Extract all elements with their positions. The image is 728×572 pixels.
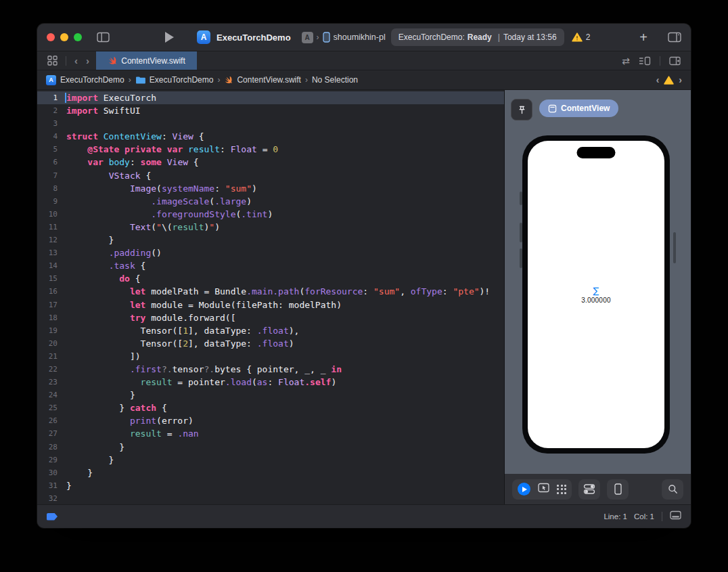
code-line[interactable]: 6 var body: some View { [37, 156, 504, 169]
scheme-selector[interactable]: A › shoumikhin-pl [302, 32, 386, 43]
minimize-window-button[interactable] [60, 33, 68, 41]
iphone-preview-screen[interactable]: ∑ 3.000000 [528, 141, 664, 448]
breadcrumb-separator: › [305, 75, 308, 85]
code-line[interactable]: 24 } [37, 389, 504, 401]
toggles-icon [583, 483, 595, 495]
code-line[interactable]: 1import ExecuTorch [37, 91, 504, 104]
tab-contentview-swift[interactable]: ContentView.swift [96, 51, 197, 70]
activity-status[interactable]: ExecuTorchDemo: Ready | Today at 13:56 [391, 28, 564, 46]
tab-bar: ‹ › ContentView.swift ⇄ [37, 51, 691, 70]
code-line[interactable]: 8 Image(systemName: "sum") [37, 182, 504, 195]
previous-issue-button[interactable]: ‹ [656, 74, 660, 85]
code-line[interactable]: 25 } catch { [37, 401, 504, 414]
code-line[interactable]: 21 ]) [37, 350, 504, 363]
line-number: 28 [37, 441, 58, 454]
warning-triangle-icon [572, 32, 583, 42]
preview-target-chip[interactable]: ContentView [539, 100, 618, 117]
editor-status-bar: Line: 1 Col: 1 [37, 504, 691, 528]
line-number: 23 [37, 376, 58, 389]
library-add-button[interactable]: + [639, 30, 647, 44]
breadcrumb-folder[interactable]: ExecuTorchDemo [150, 75, 214, 85]
code-line[interactable]: 32 [37, 492, 504, 504]
code-line[interactable]: 10 .foregroundStyle(.tint) [37, 208, 504, 221]
line-number: 20 [37, 337, 58, 350]
code-line[interactable]: 15 do { [37, 272, 504, 285]
line-number: 14 [37, 259, 58, 272]
code-line[interactable]: 29 } [37, 454, 504, 466]
line-number: 11 [37, 221, 58, 234]
preview-device-button[interactable] [607, 479, 629, 500]
code-line[interactable]: 23 result = pointer.load(as: Float.self) [37, 376, 504, 389]
breadcrumb-selection[interactable]: No Selection [312, 75, 358, 85]
source-editor[interactable]: 1import ExecuTorch2import SwiftUI34struc… [37, 90, 504, 504]
variants-mode-button[interactable] [557, 485, 566, 494]
close-window-button[interactable] [47, 33, 55, 41]
swift-file-icon [224, 76, 233, 85]
breadcrumb-project[interactable]: ExecuTorchDemo [60, 75, 124, 85]
code-line[interactable]: 16 let modelPath = Bundle.main.path(forR… [37, 285, 504, 298]
code-line[interactable]: 31} [37, 479, 504, 492]
divider [660, 56, 660, 66]
line-number: 8 [37, 182, 58, 195]
code-line[interactable]: 4struct ContentView: View { [37, 130, 504, 143]
code-line[interactable]: 11 Text("\(result)") [37, 221, 504, 234]
code-review-icon[interactable]: ⇄ [622, 56, 630, 66]
result-value: 3.000000 [581, 296, 610, 304]
line-number: 5 [37, 143, 58, 156]
code-line[interactable]: 26 print(error) [37, 414, 504, 427]
code-line[interactable]: 14 .task { [37, 259, 504, 272]
code-line[interactable]: 2import SwiftUI [37, 104, 504, 117]
destination-name[interactable]: shoumikhin-pl [334, 32, 386, 42]
warning-indicator[interactable]: 2 [572, 32, 591, 42]
debug-area-toggle[interactable] [670, 510, 681, 523]
next-issue-button[interactable]: › [679, 74, 682, 85]
line-number: 6 [37, 156, 58, 169]
editor-options-icon[interactable] [639, 56, 651, 66]
code-line[interactable]: 3 [37, 117, 504, 130]
line-number: 12 [37, 234, 58, 246]
preview-zoom-button[interactable] [662, 479, 683, 500]
pushpin-icon [517, 105, 527, 115]
line-number: 30 [37, 466, 58, 479]
column-indicator: Col: 1 [634, 512, 654, 521]
line-number: 32 [37, 492, 58, 504]
code-line[interactable]: 18 try module.forward([ [37, 311, 504, 324]
code-line[interactable]: 22 .first?.tensor?.bytes { pointer, _, _… [37, 363, 504, 376]
code-line[interactable]: 9 .imageScale(.large) [37, 195, 504, 208]
line-number: 29 [37, 454, 58, 466]
related-items-grid-icon[interactable] [47, 56, 58, 66]
line-number: 25 [37, 401, 58, 414]
breadcrumb-file[interactable]: ContentView.swift [237, 75, 301, 85]
code-line[interactable]: 17 let module = Module(filePath: modelPa… [37, 299, 504, 311]
go-forward-button[interactable]: › [86, 55, 89, 66]
line-number: 3 [37, 117, 58, 130]
pin-preview-button[interactable] [511, 99, 532, 120]
code-line[interactable]: 12 } [37, 234, 504, 246]
selectable-mode-button[interactable] [538, 483, 549, 496]
preview-toolbar [505, 474, 691, 504]
code-line[interactable]: 20 Tensor([2], dataType: .float) [37, 337, 504, 350]
code-line[interactable]: 28 } [37, 441, 504, 454]
scheme-app-icon: A [302, 32, 313, 43]
device-settings-button[interactable] [578, 479, 600, 500]
inspector-sidebar-toggle-icon[interactable] [668, 32, 681, 43]
sum-sigma-icon: ∑ [593, 286, 599, 296]
line-number: 4 [37, 130, 58, 143]
add-editor-icon[interactable] [669, 56, 681, 66]
code-line[interactable]: 13 .padding() [37, 246, 504, 259]
run-button[interactable] [165, 32, 174, 43]
zoom-window-button[interactable] [74, 33, 82, 41]
line-number: 2 [37, 104, 58, 117]
live-preview-button[interactable] [518, 483, 530, 496]
code-line[interactable]: 27 result = .nan [37, 427, 504, 440]
line-number: 31 [37, 479, 58, 492]
warning-triangle-icon[interactable] [664, 76, 674, 85]
code-line[interactable]: 19 Tensor([1], dataType: .float), [37, 324, 504, 337]
go-back-button[interactable]: ‹ [74, 55, 78, 66]
code-line[interactable]: 30 } [37, 466, 504, 479]
folder-icon [135, 76, 145, 84]
breakpoint-icon[interactable] [47, 513, 58, 521]
navigator-sidebar-toggle-icon[interactable] [97, 32, 110, 43]
code-line[interactable]: 5 @State private var result: Float = 0 [37, 143, 504, 156]
code-line[interactable]: 7 VStack { [37, 169, 504, 182]
